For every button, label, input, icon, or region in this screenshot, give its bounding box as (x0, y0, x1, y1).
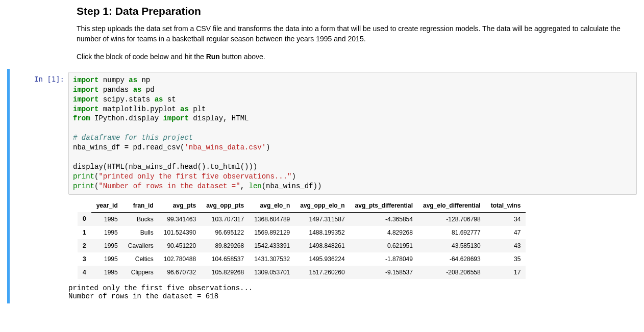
table-body: 01995Bucks99.341463103.7073171368.604789… (78, 212, 526, 279)
table-cell: 96.670732 (159, 266, 201, 279)
table-cell: 17 (486, 266, 526, 279)
table-cell: 1431.307532 (249, 252, 295, 266)
code-cell[interactable]: In [1]: import numpy as np import pandas… (7, 69, 644, 303)
section-heading: Step 1: Data Preparation (77, 5, 634, 17)
column-header: avg_opp_elo_n (295, 199, 350, 213)
table-cell: 47 (486, 226, 526, 239)
table-cell: 1995 (91, 252, 123, 266)
table-cell: 4.829268 (350, 226, 418, 239)
table-cell: 90.451220 (159, 239, 201, 252)
table-cell: 105.829268 (201, 266, 249, 279)
paragraph: This step uploads the data set from a CS… (77, 23, 634, 44)
table-row: 01995Bucks99.341463103.7073171368.604789… (78, 212, 526, 226)
notebook: Step 1: Data Preparation This step uploa… (0, 5, 644, 303)
table-cell: Clippers (123, 266, 159, 279)
table-cell: -1.878049 (350, 252, 418, 266)
table-cell: 1995 (91, 239, 123, 252)
row-index: 4 (78, 266, 91, 279)
table-cell: -4.365854 (350, 212, 418, 226)
table-cell: Bulls (123, 226, 159, 239)
table-cell: 34 (486, 212, 526, 226)
column-header: avg_elo_differential (418, 199, 486, 213)
table-cell: 1497.311587 (295, 212, 350, 226)
code-input[interactable]: import numpy as np import pandas as pd i… (68, 72, 637, 195)
stdout: printed only the first five observations… (68, 284, 637, 300)
table-cell: 96.695122 (201, 226, 249, 239)
row-index: 0 (78, 212, 91, 226)
table-cell: 35 (486, 252, 526, 266)
column-header: year_id (91, 199, 123, 213)
text: Click the block of code below and hit th… (77, 53, 206, 61)
column-header: total_wins (486, 199, 526, 213)
table-cell: 103.707317 (201, 212, 249, 226)
table-cell: 1569.892129 (249, 226, 295, 239)
table-cell: 1542.433391 (249, 239, 295, 252)
dataframe-table: year_idfran_idavg_ptsavg_opp_ptsavg_elo_… (78, 199, 526, 279)
table-cell: 1495.936224 (295, 252, 350, 266)
column-header: avg_opp_pts (201, 199, 249, 213)
table-cell: 1368.604789 (249, 212, 295, 226)
column-header: avg_pts (159, 199, 201, 213)
table-cell: 102.780488 (159, 252, 201, 266)
table-cell: 1995 (91, 212, 123, 226)
table-cell: 1517.260260 (295, 266, 350, 279)
column-header: fran_id (123, 199, 159, 213)
table-cell: 1488.199352 (295, 226, 350, 239)
table-cell: Bucks (123, 212, 159, 226)
row-index: 1 (78, 226, 91, 239)
column-header: avg_elo_n (249, 199, 295, 213)
row-index: 2 (78, 239, 91, 252)
table-cell: 101.524390 (159, 226, 201, 239)
table-cell: 0.621951 (350, 239, 418, 252)
row-index: 3 (78, 252, 91, 266)
table-cell: 89.829268 (201, 239, 249, 252)
table-cell: 1995 (91, 266, 123, 279)
table-row: 41995Clippers96.670732105.8292681309.053… (78, 266, 526, 279)
table-cell: Cavaliers (123, 239, 159, 252)
table-cell: 104.658537 (201, 252, 249, 266)
table-cell: 81.692777 (418, 226, 486, 239)
table-cell: 1309.053701 (249, 266, 295, 279)
table-header: year_idfran_idavg_ptsavg_opp_ptsavg_elo_… (78, 199, 526, 213)
table-cell: -9.158537 (350, 266, 418, 279)
input-prompt: In [1]: (10, 72, 68, 300)
markdown-cell: Step 1: Data Preparation This step uploa… (77, 5, 634, 62)
table-cell: 1498.848261 (295, 239, 350, 252)
table-cell: -64.628693 (418, 252, 486, 266)
table-cell: -208.206558 (418, 266, 486, 279)
text: button above. (220, 53, 265, 61)
paragraph: Click the block of code below and hit th… (77, 52, 634, 62)
cell-body: import numpy as np import pandas as pd i… (68, 72, 644, 300)
bold-text: Run (206, 53, 220, 61)
output-area: year_idfran_idavg_ptsavg_opp_ptsavg_elo_… (68, 199, 637, 300)
table-cell: 99.341463 (159, 212, 201, 226)
table-row: 11995Bulls101.52439096.6951221569.892129… (78, 226, 526, 239)
table-cell: Celtics (123, 252, 159, 266)
table-cell: -128.706798 (418, 212, 486, 226)
table-row: 31995Celtics102.780488104.6585371431.307… (78, 252, 526, 266)
table-cell: 1995 (91, 226, 123, 239)
table-cell: 43 (486, 239, 526, 252)
table-row: 21995Cavaliers90.45122089.8292681542.433… (78, 239, 526, 252)
table-cell: 43.585130 (418, 239, 486, 252)
column-header: avg_pts_differential (350, 199, 418, 213)
